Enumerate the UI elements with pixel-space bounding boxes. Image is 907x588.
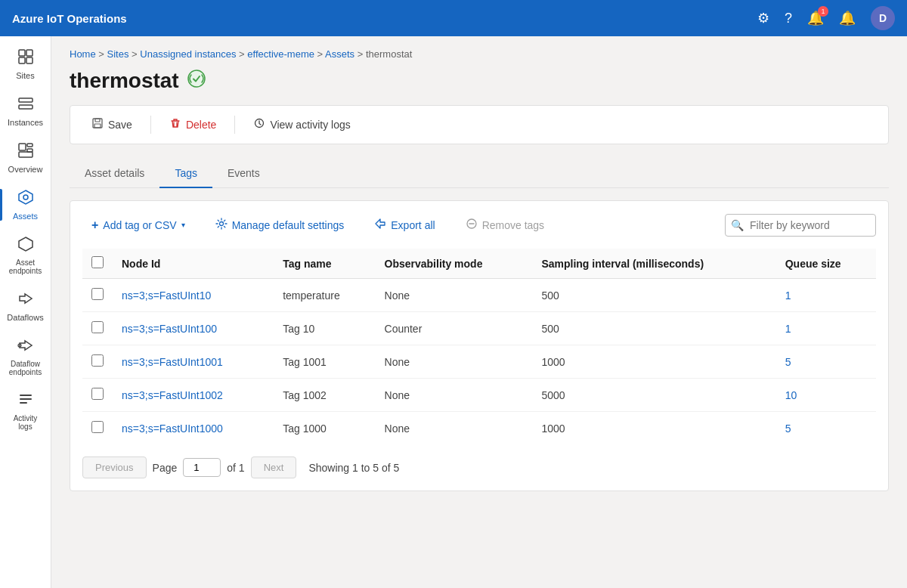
node-id-link-1[interactable]: ns=3;s=FastUInt100 bbox=[122, 323, 217, 335]
topbar: Azure IoT Operations ⚙ ? 🔔 1 🔔 D bbox=[0, 0, 907, 36]
settings-icon[interactable]: ⚙ bbox=[757, 10, 769, 26]
node-id-link-0[interactable]: ns=3;s=FastUInt10 bbox=[122, 289, 211, 302]
table-card: + Add tag or CSV ▾ Manage default settin… bbox=[70, 200, 889, 491]
sidebar-label-dataflow-endpoints: Dataflow endpoints bbox=[6, 360, 45, 376]
node-id-link-2[interactable]: ns=3;s=FastUInt1001 bbox=[122, 356, 223, 368]
instances-icon bbox=[17, 95, 34, 116]
asset-endpoints-icon bbox=[17, 236, 34, 256]
previous-button[interactable]: Previous bbox=[82, 456, 147, 478]
row-queue-size: 5 bbox=[776, 412, 876, 445]
sidebar-item-sites[interactable]: Sites bbox=[3, 42, 48, 86]
avatar[interactable]: D bbox=[871, 6, 895, 30]
svg-rect-2 bbox=[19, 57, 25, 63]
row-checkbox-cell bbox=[82, 345, 113, 379]
sidebar-item-asset-endpoints[interactable]: Asset endpoints bbox=[3, 230, 48, 281]
select-all-checkbox[interactable] bbox=[91, 256, 104, 268]
breadcrumb: Home > Sites > Unassigned instances > ef… bbox=[70, 48, 889, 60]
row-node-id: ns=3;s=FastUInt10 bbox=[113, 279, 274, 312]
svg-rect-1 bbox=[26, 50, 33, 56]
breadcrumb-home[interactable]: Home bbox=[70, 48, 96, 60]
svg-point-22 bbox=[219, 222, 223, 226]
export-all-button[interactable]: Export all bbox=[365, 213, 444, 237]
row-observability-mode: None bbox=[376, 345, 533, 379]
sidebar-item-overview[interactable]: Overview bbox=[3, 136, 48, 180]
page-title: thermostat bbox=[70, 69, 179, 93]
row-sampling-interval: 1000 bbox=[532, 345, 775, 379]
node-id-link-4[interactable]: ns=3;s=FastUInt1000 bbox=[122, 422, 223, 435]
svg-rect-7 bbox=[27, 144, 33, 147]
svg-rect-20 bbox=[94, 124, 101, 128]
svg-point-17 bbox=[188, 70, 205, 87]
dataflow-endpoints-icon bbox=[17, 337, 34, 357]
delete-button[interactable]: Delete bbox=[160, 113, 225, 137]
tab-events[interactable]: Events bbox=[212, 159, 275, 188]
row-checkbox-4[interactable] bbox=[91, 421, 104, 433]
sidebar: Sites Instances Overview Assets Asset en… bbox=[0, 36, 51, 588]
dataflows-icon bbox=[17, 290, 34, 311]
page-input[interactable] bbox=[183, 458, 221, 477]
view-activity-logs-label: View activity logs bbox=[270, 119, 350, 131]
view-activity-logs-button[interactable]: View activity logs bbox=[244, 113, 359, 137]
row-sampling-interval: 5000 bbox=[532, 379, 775, 412]
row-tag-name: temperature bbox=[274, 279, 375, 312]
row-checkbox-cell bbox=[82, 312, 113, 345]
row-observability-mode: None bbox=[376, 279, 533, 312]
page-title-row: thermostat bbox=[70, 69, 889, 93]
save-button[interactable]: Save bbox=[82, 113, 141, 137]
add-tag-label: Add tag or CSV bbox=[103, 219, 176, 231]
tag-name-column: Tag name bbox=[274, 249, 375, 279]
sidebar-label-assets: Assets bbox=[13, 212, 38, 221]
row-observability-mode: Counter bbox=[376, 312, 533, 345]
manage-settings-button[interactable]: Manage default settings bbox=[206, 213, 354, 237]
row-checkbox-cell bbox=[82, 379, 113, 412]
manage-settings-label: Manage default settings bbox=[232, 219, 345, 231]
breadcrumb-unassigned-instances[interactable]: Unassigned instances bbox=[140, 48, 236, 60]
row-tag-name: Tag 1000 bbox=[274, 412, 375, 445]
sidebar-label-activity-logs: Activity logs bbox=[6, 414, 45, 431]
notification-icon[interactable]: 🔔 1 bbox=[807, 10, 824, 26]
tab-tags[interactable]: Tags bbox=[159, 159, 212, 188]
row-observability-mode: None bbox=[376, 379, 533, 412]
help-icon[interactable]: ? bbox=[785, 11, 792, 26]
remove-tags-button[interactable]: Remove tags bbox=[457, 213, 553, 237]
filter-input[interactable] bbox=[725, 214, 876, 237]
alert-icon[interactable]: 🔔 bbox=[839, 10, 856, 26]
table-row: ns=3;s=FastUInt1001 Tag 1001 None 1000 5 bbox=[82, 345, 876, 379]
filter-input-wrap: 🔍 bbox=[725, 214, 876, 237]
sidebar-label-sites: Sites bbox=[16, 71, 34, 80]
breadcrumb-sites[interactable]: Sites bbox=[107, 48, 129, 60]
sidebar-item-assets[interactable]: Assets bbox=[3, 183, 48, 227]
add-tag-button[interactable]: + Add tag or CSV ▾ bbox=[82, 214, 194, 237]
svg-rect-16 bbox=[20, 402, 27, 404]
row-checkbox-1[interactable] bbox=[91, 321, 104, 333]
delete-icon bbox=[169, 117, 181, 132]
next-button[interactable]: Next bbox=[251, 456, 297, 478]
node-id-link-3[interactable]: ns=3;s=FastUInt1002 bbox=[122, 389, 223, 401]
sidebar-label-asset-endpoints: Asset endpoints bbox=[6, 258, 45, 275]
row-checkbox-cell bbox=[82, 279, 113, 312]
save-label: Save bbox=[108, 119, 132, 131]
sidebar-label-dataflows: Dataflows bbox=[7, 313, 43, 322]
sidebar-item-dataflow-endpoints[interactable]: Dataflow endpoints bbox=[3, 331, 48, 382]
row-node-id: ns=3;s=FastUInt1000 bbox=[113, 412, 274, 445]
row-checkbox-3[interactable] bbox=[91, 388, 104, 400]
activity-logs-icon bbox=[17, 391, 34, 412]
breadcrumb-effective-meme[interactable]: effective-meme bbox=[247, 48, 314, 60]
remove-tags-label: Remove tags bbox=[482, 219, 544, 231]
sidebar-item-activity-logs[interactable]: Activity logs bbox=[3, 385, 48, 437]
row-tag-name: Tag 1001 bbox=[274, 345, 375, 379]
sidebar-item-dataflows[interactable]: Dataflows bbox=[3, 284, 48, 328]
row-node-id: ns=3;s=FastUInt1002 bbox=[113, 379, 274, 412]
tab-asset-details[interactable]: Asset details bbox=[70, 159, 159, 188]
breadcrumb-assets[interactable]: Assets bbox=[325, 48, 354, 60]
sidebar-item-instances[interactable]: Instances bbox=[3, 89, 48, 133]
breadcrumb-thermostat: thermostat bbox=[366, 48, 412, 60]
row-checkbox-0[interactable] bbox=[91, 288, 104, 300]
filter-search-icon: 🔍 bbox=[731, 219, 744, 231]
table-toolbar: + Add tag or CSV ▾ Manage default settin… bbox=[82, 213, 876, 237]
row-node-id: ns=3;s=FastUInt100 bbox=[113, 312, 274, 345]
table-row: ns=3;s=FastUInt100 Tag 10 Counter 500 1 bbox=[82, 312, 876, 345]
table-row: ns=3;s=FastUInt1002 Tag 1002 None 5000 1… bbox=[82, 379, 876, 412]
row-checkbox-2[interactable] bbox=[91, 354, 104, 367]
row-observability-mode: None bbox=[376, 412, 533, 445]
